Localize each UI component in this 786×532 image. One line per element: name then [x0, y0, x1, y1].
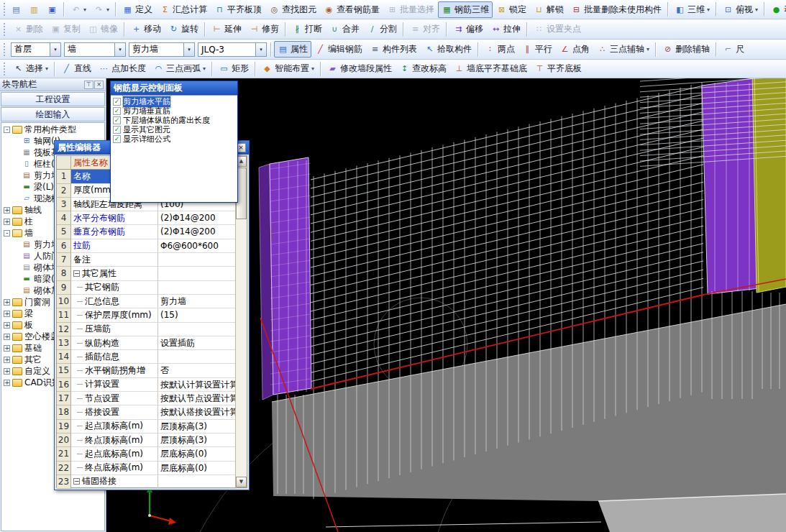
sidebar-titlebar[interactable]: 块导航栏 ⊤ × [0, 78, 106, 91]
define-button[interactable]: ▦定义 [119, 1, 156, 18]
new-file-button[interactable]: ▤ [7, 2, 25, 17]
break-button[interactable]: ∦打断 [288, 21, 326, 37]
property-value-cell[interactable]: 否 [158, 364, 237, 377]
edit-rebar-button[interactable]: ╱编辑钢筋 [311, 41, 366, 58]
project-settings-button[interactable]: 工程设置 [1, 92, 105, 106]
twisty-icon[interactable]: + [4, 322, 10, 329]
property-value-cell[interactable] [158, 267, 237, 280]
element-type-combo[interactable]: 剪力墙▾ [129, 42, 195, 57]
smart-layout-button[interactable]: ◆智能布置▾ [258, 60, 318, 77]
point-plus-length-button[interactable]: ⋯点加长度 [95, 60, 150, 77]
floor-combo[interactable]: 首层▾ [11, 42, 61, 57]
select-button[interactable]: ↖选择▾ [9, 60, 52, 77]
two-point-button[interactable]: ∶两点 [481, 41, 518, 58]
point-angle-button[interactable]: ∠点角 [556, 41, 593, 58]
property-value-cell[interactable]: 层底标高(0) [158, 462, 237, 475]
property-name-cell[interactable]: 拉筋 [71, 239, 158, 253]
category-combo[interactable]: 墙▾ [64, 42, 126, 57]
dropdown-arrow-icon[interactable]: ▾ [114, 43, 125, 56]
find-element-button[interactable]: ◎查找图元 [265, 1, 320, 18]
unlock-button[interactable]: ⊔解锁 [530, 1, 567, 18]
twisty-icon[interactable]: + [4, 207, 10, 214]
properties-button[interactable]: ▤属性 [274, 41, 311, 58]
property-name-cell[interactable]: 终点顶标高(m) [71, 434, 158, 447]
property-name-cell[interactable]: 备注 [71, 253, 158, 267]
tree-item[interactable]: -常用构件类型 [1, 124, 104, 135]
save-button[interactable]: ▣ [43, 2, 61, 17]
dropdown-arrow-icon[interactable]: ▾ [50, 43, 60, 56]
view-3d-button[interactable]: ◧三维▾ [671, 1, 713, 18]
lock-button[interactable]: ⊠锁定 [493, 1, 530, 18]
property-name-cell[interactable]: 纵筋构造 [71, 336, 158, 350]
property-name-cell[interactable]: −其它属性 [71, 267, 158, 280]
align-slab-top-button[interactable]: ⊓平齐板顶 [211, 1, 265, 18]
twisty-icon[interactable]: + [4, 311, 10, 317]
twisty-icon[interactable]: + [4, 299, 10, 306]
scroll-down-button[interactable]: ▼ [236, 477, 247, 487]
property-name-cell[interactable]: 搭接设置 [71, 405, 158, 419]
property-value-cell[interactable]: 按默认搭接设置计算 [158, 405, 237, 419]
property-value-cell[interactable]: 层顶标高(3) [158, 420, 237, 434]
property-value-cell[interactable] [158, 253, 237, 267]
pin-button[interactable]: ⊤ [84, 81, 93, 89]
twisty-icon[interactable]: + [4, 345, 10, 352]
property-name-cell[interactable]: 水平分布钢筋 [71, 211, 158, 225]
rebar-option-row[interactable]: ✓显示详细公式 [111, 134, 237, 144]
twisty-icon[interactable]: + [4, 334, 10, 340]
set-grip-button[interactable]: ∷设置夹点 [530, 21, 585, 37]
open-file-button[interactable]: ▥ [25, 2, 43, 17]
rebar-display-titlebar[interactable]: 钢筋显示控制面板 [111, 81, 237, 95]
property-value-cell[interactable]: 设置插筋 [158, 336, 237, 350]
twisty-icon[interactable]: + [4, 357, 10, 363]
twisty-icon[interactable]: - [4, 230, 10, 237]
property-name-cell[interactable]: 保护层厚度(mm) [71, 308, 158, 322]
wall-bottom-align-foundation-button[interactable]: ⊥墙底平齐基础底 [450, 60, 531, 77]
twisty-icon[interactable]: + [4, 219, 10, 225]
align-button[interactable]: ≡对齐 [406, 21, 444, 37]
property-value-cell[interactable] [158, 350, 237, 364]
property-name-cell[interactable]: 终点底标高(m) [71, 462, 158, 475]
property-name-cell[interactable]: 汇总信息 [71, 295, 158, 308]
batch-delete-unused-button[interactable]: ⊟批量删除未使用构件 [567, 1, 665, 18]
trim-button[interactable]: ⊣修剪 [245, 21, 283, 37]
checkbox-checked-icon[interactable]: ✓ [113, 116, 121, 124]
property-name-cell[interactable]: −锚固搭接 [71, 475, 158, 489]
property-value-cell[interactable] [158, 323, 237, 336]
property-name-cell[interactable]: 节点设置 [71, 392, 158, 405]
merge-button[interactable]: ∪合并 [326, 21, 363, 37]
collapse-box-icon[interactable]: − [73, 270, 80, 277]
property-name-cell[interactable]: 垂直分布钢筋 [71, 225, 158, 239]
delete-aux-axis-button[interactable]: ⊘删除辅轴 [659, 41, 713, 58]
delete-button[interactable]: ×删除 [9, 21, 47, 37]
check-elevation-button[interactable]: ↕查改标高 [396, 60, 450, 77]
property-value-cell[interactable]: 层底标高(0) [158, 447, 237, 461]
rotate-button[interactable]: ↻旋转 [165, 21, 202, 37]
pick-component-button[interactable]: ↖拾取构件 [421, 41, 475, 58]
batch-select-button[interactable]: ⊞批量选择 [383, 1, 438, 18]
element-name-combo[interactable]: JLQ-3▾ [198, 42, 267, 57]
extend-button[interactable]: ⊢延伸 [208, 21, 245, 37]
dropdown-arrow-icon[interactable]: ▾ [255, 43, 266, 56]
mirror-button[interactable]: ◫镜像 [84, 21, 122, 37]
property-value-cell[interactable] [158, 475, 237, 489]
redo-button[interactable]: ↷▾ [90, 2, 113, 17]
collapse-box-icon[interactable]: − [73, 478, 80, 485]
property-value-cell[interactable] [158, 281, 237, 295]
rebar-3d-button[interactable]: ▦钢筋三维 [438, 1, 493, 18]
rectangle-button[interactable]: ▭矩形 [215, 60, 252, 77]
property-value-cell[interactable]: (15) [158, 308, 237, 322]
offset-button[interactable]: ⇉偏移 [449, 21, 487, 37]
dropdown-arrow-icon[interactable]: ▾ [183, 43, 194, 56]
checkbox-checked-icon[interactable]: ✓ [113, 98, 121, 106]
top-view-button[interactable]: ⊡俯视▾ [719, 1, 762, 18]
view-rebar-quantity-button[interactable]: ◉查看钢筋量 [320, 1, 383, 18]
modify-wall-segment-button[interactable]: ▰修改墙段属性 [324, 60, 396, 77]
property-name-cell[interactable]: 计算设置 [71, 378, 158, 392]
copy-button[interactable]: ▣复制 [47, 21, 84, 37]
align-bottom-slab-button[interactable]: ⊤平齐底板 [531, 60, 585, 77]
move-button[interactable]: +移动 [127, 21, 165, 37]
line-button[interactable]: ╱直线 [58, 60, 95, 77]
property-value-cell[interactable]: (2)Φ14@200 [158, 225, 237, 239]
property-value-cell[interactable]: 按默认计算设置计算 [158, 378, 237, 392]
property-name-cell[interactable]: 其它钢筋 [71, 281, 158, 295]
